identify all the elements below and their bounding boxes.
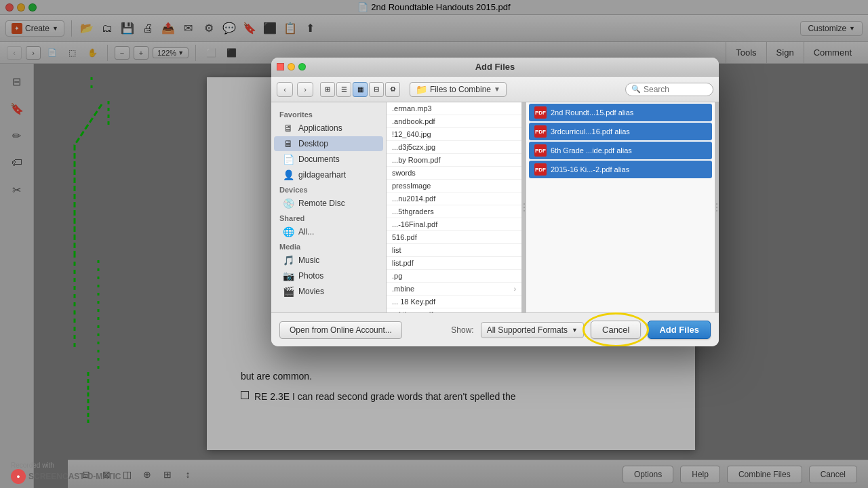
- applications-icon: 🖥: [282, 123, 294, 134]
- view-cover-button[interactable]: ⊟: [369, 82, 384, 97]
- sidebar-item-desktop[interactable]: 🖥 Desktop: [274, 136, 383, 151]
- file-item[interactable]: .mbine ›: [387, 283, 521, 296]
- search-icon: 🔍: [631, 85, 641, 94]
- file-item[interactable]: .erman.mp3: [387, 102, 521, 115]
- view-buttons: ⊞ ☰ ▦ ⊟ ⚙: [320, 82, 400, 97]
- sidebar-item-remote-disc[interactable]: 💿 Remote Disc: [274, 196, 383, 211]
- file-item[interactable]: ... 18 Key.pdf: [387, 296, 521, 308]
- favorites-section-title: Favorites: [271, 108, 386, 120]
- file-item[interactable]: ...d3j5czx.jpg: [387, 141, 521, 154]
- dialog-minimize-button[interactable]: [288, 63, 295, 70]
- disc-icon: 💿: [282, 198, 294, 209]
- watermark: Recorded with ● SCREENCAST-O-MATIC: [11, 462, 121, 484]
- dialog-title: Add Files: [475, 62, 515, 72]
- location-arrow: ▼: [494, 85, 500, 93]
- desktop-icon: 🖥: [282, 138, 294, 149]
- dialog-toolbar: ‹ › ⊞ ☰ ▦ ⊟ ⚙ 📁 Files to Combine ▼ 🔍: [271, 77, 719, 102]
- file-item[interactable]: ...-16Final.pdf: [387, 218, 521, 231]
- resize-dots-2: [716, 203, 717, 211]
- dialog-titlebar-buttons: [277, 63, 306, 70]
- add-files-button[interactable]: Add Files: [648, 321, 711, 339]
- file-item[interactable]: pressImage: [387, 180, 521, 192]
- file-item[interactable]: .rd times.pdf: [387, 308, 521, 312]
- music-icon: 🎵: [282, 255, 294, 266]
- all-label: All...: [298, 227, 314, 237]
- devices-section-title: Devices: [271, 183, 386, 195]
- dialog-maximize-button[interactable]: [298, 63, 306, 70]
- music-label: Music: [298, 256, 319, 265]
- search-box: 🔍: [625, 83, 713, 96]
- file-item[interactable]: .andbook.pdf: [387, 115, 521, 128]
- som-logo-icon: ●: [11, 469, 26, 484]
- file-item[interactable]: list.pdf: [387, 257, 521, 270]
- pdf-file-icon: PDF: [534, 125, 547, 138]
- sidebar-item-movies[interactable]: 🎬 Movies: [274, 284, 383, 299]
- file-item[interactable]: !12_640.jpg: [387, 128, 521, 141]
- recorded-with-label: Recorded with: [11, 462, 121, 469]
- file-item[interactable]: swords: [387, 167, 521, 180]
- pdf-file-icon: PDF: [534, 144, 547, 157]
- movies-label: Movies: [298, 287, 324, 296]
- view-options-button[interactable]: ⚙: [385, 82, 400, 97]
- dialog-footer: Open from Online Account... Show: All Su…: [271, 312, 719, 346]
- file-item[interactable]: list: [387, 244, 521, 257]
- selected-file-name: 3rdcurricul...16.pdf alias: [551, 127, 630, 136]
- sidebar-item-user[interactable]: 👤 gildagearhart: [274, 167, 383, 182]
- watermark-logo: ● SCREENCAST-O-MATIC: [11, 469, 121, 484]
- resize-dot: [524, 210, 525, 211]
- file-item[interactable]: .pg: [387, 270, 521, 283]
- dialog-back-button[interactable]: ‹: [277, 82, 293, 97]
- search-input[interactable]: [644, 85, 705, 94]
- dialog-sidebar: Favorites 🖥 Applications 🖥 Desktop 📄 Doc…: [271, 102, 387, 312]
- format-arrow: ▼: [572, 327, 578, 333]
- pdf-file-icon: PDF: [534, 106, 547, 119]
- resize-dot: [716, 210, 717, 211]
- documents-icon: 📄: [282, 154, 294, 165]
- photos-icon: 📷: [282, 270, 294, 281]
- selected-files-panel: PDF 2nd Roundt...15.pdf alias PDF 3rdcur…: [526, 102, 715, 312]
- sidebar-item-music[interactable]: 🎵 Music: [274, 253, 383, 268]
- user-icon: 👤: [282, 169, 294, 180]
- add-files-dialog: Add Files ‹ › ⊞ ☰ ▦ ⊟ ⚙ 📁 Files to Combi…: [271, 58, 719, 346]
- remote-disc-label: Remote Disc: [298, 199, 345, 208]
- pdf-file-icon: PDF: [534, 163, 547, 176]
- view-columns-button[interactable]: ▦: [353, 82, 368, 97]
- selected-file-2[interactable]: PDF 3rdcurricul...16.pdf alias: [529, 123, 712, 140]
- applications-label: Applications: [298, 123, 342, 133]
- location-dropdown[interactable]: 📁 Files to Combine ▼: [410, 82, 507, 97]
- selected-file-1[interactable]: PDF 2nd Roundt...15.pdf alias: [529, 104, 712, 121]
- sidebar-item-documents[interactable]: 📄 Documents: [274, 152, 383, 167]
- resize-dot: [716, 207, 717, 208]
- selected-file-3[interactable]: PDF 6th Grade ...ide.pdf alias: [529, 142, 712, 159]
- network-icon: 🌐: [282, 226, 294, 237]
- resize-handle-2[interactable]: [715, 102, 719, 312]
- view-list-button[interactable]: ☰: [336, 82, 351, 97]
- file-item[interactable]: 516.pdf: [387, 231, 521, 244]
- view-icon-button[interactable]: ⊞: [320, 82, 335, 97]
- selected-file-name: 2015-16 Ki...-2.pdf alias: [551, 165, 629, 174]
- user-label: gildagearhart: [298, 170, 346, 180]
- desktop-label: Desktop: [298, 139, 328, 148]
- format-dropdown[interactable]: All Supported Formats ▼: [481, 322, 584, 338]
- dialog-titlebar: Add Files: [271, 58, 719, 77]
- folder-icon: 📁: [416, 84, 427, 95]
- sidebar-item-applications[interactable]: 🖥 Applications: [274, 121, 383, 136]
- sidebar-item-photos[interactable]: 📷 Photos: [274, 268, 383, 283]
- open-online-button[interactable]: Open from Online Account...: [279, 321, 402, 339]
- shared-section-title: Shared: [271, 211, 386, 224]
- cancel-button[interactable]: Cancel: [591, 321, 641, 339]
- file-item[interactable]: ...by Room.pdf: [387, 154, 521, 167]
- photos-label: Photos: [298, 271, 323, 281]
- location-bar: 📁 Files to Combine ▼: [410, 82, 616, 97]
- documents-label: Documents: [298, 155, 340, 164]
- cancel-btn-container: Cancel: [591, 321, 641, 339]
- resize-dots: [524, 203, 525, 211]
- dialog-close-button[interactable]: [277, 63, 284, 70]
- som-app-name: SCREENCAST-O-MATIC: [28, 472, 121, 481]
- file-item[interactable]: ...nu2014.pdf: [387, 192, 521, 205]
- dialog-body: Favorites 🖥 Applications 🖥 Desktop 📄 Doc…: [271, 102, 719, 312]
- file-item[interactable]: ...5thgraders: [387, 205, 521, 218]
- selected-file-4[interactable]: PDF 2015-16 Ki...-2.pdf alias: [529, 161, 712, 178]
- dialog-forward-button[interactable]: ›: [297, 82, 313, 97]
- sidebar-item-all[interactable]: 🌐 All...: [274, 224, 383, 239]
